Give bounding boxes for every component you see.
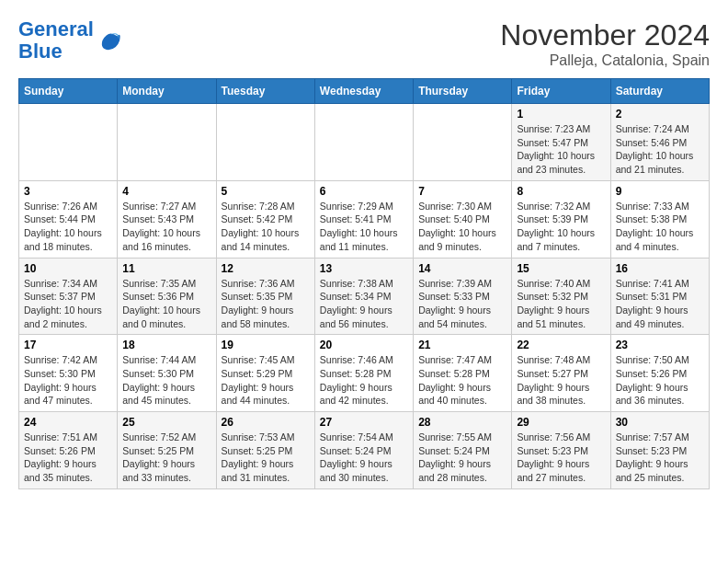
calendar-header-row: SundayMondayTuesdayWednesdayThursdayFrid…: [19, 79, 710, 104]
calendar-cell: 24Sunrise: 7:51 AM Sunset: 5:26 PM Dayli…: [19, 412, 118, 489]
day-number: 13: [320, 262, 408, 275]
calendar-cell: [314, 104, 413, 181]
day-number: 27: [320, 416, 408, 429]
day-info: Sunrise: 7:51 AM Sunset: 5:26 PM Dayligh…: [24, 431, 112, 485]
day-info: Sunrise: 7:28 AM Sunset: 5:42 PM Dayligh…: [222, 200, 310, 254]
title-area: November 2024 Palleja, Catalonia, Spain: [500, 18, 710, 69]
day-number: 26: [222, 416, 310, 429]
day-info: Sunrise: 7:45 AM Sunset: 5:29 PM Dayligh…: [222, 353, 310, 408]
day-info: Sunrise: 7:24 AM Sunset: 5:46 PM Dayligh…: [616, 122, 704, 177]
calendar-cell: 20Sunrise: 7:46 AM Sunset: 5:28 PM Dayli…: [314, 335, 413, 412]
day-header: Tuesday: [216, 79, 314, 104]
calendar-cell: 3Sunrise: 7:26 AM Sunset: 5:44 PM Daylig…: [19, 180, 118, 258]
day-number: 8: [517, 185, 605, 198]
calendar-cell: 22Sunrise: 7:48 AM Sunset: 5:27 PM Dayli…: [512, 335, 610, 412]
calendar-cell: 19Sunrise: 7:45 AM Sunset: 5:29 PM Dayli…: [216, 335, 314, 412]
calendar-cell: 12Sunrise: 7:36 AM Sunset: 5:35 PM Dayli…: [216, 258, 314, 335]
day-info: Sunrise: 7:29 AM Sunset: 5:41 PM Dayligh…: [320, 200, 408, 254]
day-number: 22: [517, 339, 605, 351]
calendar-cell: [414, 104, 512, 181]
day-info: Sunrise: 7:32 AM Sunset: 5:39 PM Dayligh…: [517, 200, 605, 254]
calendar-cell: 4Sunrise: 7:27 AM Sunset: 5:43 PM Daylig…: [118, 180, 216, 258]
day-number: 12: [222, 262, 310, 275]
day-info: Sunrise: 7:27 AM Sunset: 5:43 PM Dayligh…: [122, 200, 210, 254]
day-number: 2: [616, 108, 704, 121]
calendar-week-row: 3Sunrise: 7:26 AM Sunset: 5:44 PM Daylig…: [19, 180, 710, 258]
day-number: 25: [122, 416, 210, 429]
calendar-cell: [216, 104, 314, 181]
calendar-cell: 1Sunrise: 7:23 AM Sunset: 5:47 PM Daylig…: [512, 104, 610, 181]
day-info: Sunrise: 7:48 AM Sunset: 5:27 PM Dayligh…: [517, 353, 605, 408]
day-number: 21: [418, 339, 506, 351]
calendar-cell: 26Sunrise: 7:53 AM Sunset: 5:25 PM Dayli…: [216, 412, 314, 489]
calendar-cell: [19, 104, 118, 181]
day-info: Sunrise: 7:36 AM Sunset: 5:35 PM Dayligh…: [222, 277, 310, 331]
calendar-cell: 25Sunrise: 7:52 AM Sunset: 5:25 PM Dayli…: [118, 412, 216, 489]
calendar-cell: 30Sunrise: 7:57 AM Sunset: 5:23 PM Dayli…: [610, 412, 709, 489]
calendar-cell: 7Sunrise: 7:30 AM Sunset: 5:40 PM Daylig…: [414, 180, 512, 258]
day-number: 1: [517, 108, 605, 121]
page-header: GeneralBlue November 2024 Palleja, Catal…: [18, 18, 710, 69]
calendar-cell: 9Sunrise: 7:33 AM Sunset: 5:38 PM Daylig…: [610, 180, 709, 258]
day-number: 14: [418, 262, 506, 275]
day-header: Wednesday: [314, 79, 413, 104]
day-info: Sunrise: 7:46 AM Sunset: 5:28 PM Dayligh…: [320, 353, 408, 408]
calendar-body: 1Sunrise: 7:23 AM Sunset: 5:47 PM Daylig…: [19, 104, 710, 489]
day-info: Sunrise: 7:42 AM Sunset: 5:30 PM Dayligh…: [24, 353, 112, 408]
calendar-week-row: 17Sunrise: 7:42 AM Sunset: 5:30 PM Dayli…: [19, 335, 710, 412]
day-number: 9: [616, 185, 704, 198]
day-info: Sunrise: 7:23 AM Sunset: 5:47 PM Dayligh…: [517, 122, 605, 177]
day-info: Sunrise: 7:33 AM Sunset: 5:38 PM Dayligh…: [616, 200, 704, 254]
day-header: Thursday: [414, 79, 512, 104]
day-number: 16: [616, 262, 704, 275]
calendar-cell: 29Sunrise: 7:56 AM Sunset: 5:23 PM Dayli…: [512, 412, 610, 489]
logo-text: GeneralBlue: [18, 18, 94, 63]
location: Palleja, Catalonia, Spain: [500, 52, 710, 69]
day-info: Sunrise: 7:40 AM Sunset: 5:32 PM Dayligh…: [517, 277, 605, 331]
day-number: 7: [418, 185, 506, 198]
day-info: Sunrise: 7:30 AM Sunset: 5:40 PM Dayligh…: [418, 200, 506, 254]
day-number: 20: [320, 339, 408, 351]
calendar-cell: 27Sunrise: 7:54 AM Sunset: 5:24 PM Dayli…: [314, 412, 413, 489]
day-info: Sunrise: 7:44 AM Sunset: 5:30 PM Dayligh…: [122, 353, 210, 408]
calendar-week-row: 24Sunrise: 7:51 AM Sunset: 5:26 PM Dayli…: [19, 412, 710, 489]
day-number: 15: [517, 262, 605, 275]
day-info: Sunrise: 7:53 AM Sunset: 5:25 PM Dayligh…: [222, 431, 310, 485]
day-info: Sunrise: 7:57 AM Sunset: 5:23 PM Dayligh…: [616, 431, 704, 485]
day-info: Sunrise: 7:55 AM Sunset: 5:24 PM Dayligh…: [418, 431, 506, 485]
day-header: Monday: [118, 79, 216, 104]
calendar-cell: 15Sunrise: 7:40 AM Sunset: 5:32 PM Dayli…: [512, 258, 610, 335]
day-number: 28: [418, 416, 506, 429]
day-number: 18: [122, 339, 210, 351]
calendar-cell: 21Sunrise: 7:47 AM Sunset: 5:28 PM Dayli…: [414, 335, 512, 412]
calendar-week-row: 1Sunrise: 7:23 AM Sunset: 5:47 PM Daylig…: [19, 104, 710, 181]
day-info: Sunrise: 7:41 AM Sunset: 5:31 PM Dayligh…: [616, 277, 704, 331]
day-number: 30: [616, 416, 704, 429]
day-info: Sunrise: 7:39 AM Sunset: 5:33 PM Dayligh…: [418, 277, 506, 331]
calendar-cell: 11Sunrise: 7:35 AM Sunset: 5:36 PM Dayli…: [118, 258, 216, 335]
calendar-cell: 18Sunrise: 7:44 AM Sunset: 5:30 PM Dayli…: [118, 335, 216, 412]
day-number: 24: [24, 416, 112, 429]
day-info: Sunrise: 7:35 AM Sunset: 5:36 PM Dayligh…: [122, 277, 210, 331]
day-info: Sunrise: 7:38 AM Sunset: 5:34 PM Dayligh…: [320, 277, 408, 331]
day-info: Sunrise: 7:34 AM Sunset: 5:37 PM Dayligh…: [24, 277, 112, 331]
calendar-cell: 28Sunrise: 7:55 AM Sunset: 5:24 PM Dayli…: [414, 412, 512, 489]
day-info: Sunrise: 7:54 AM Sunset: 5:24 PM Dayligh…: [320, 431, 408, 485]
day-info: Sunrise: 7:56 AM Sunset: 5:23 PM Dayligh…: [517, 431, 605, 485]
day-number: 4: [122, 185, 210, 198]
calendar-cell: 13Sunrise: 7:38 AM Sunset: 5:34 PM Dayli…: [314, 258, 413, 335]
day-header: Saturday: [610, 79, 709, 104]
day-number: 6: [320, 185, 408, 198]
day-info: Sunrise: 7:52 AM Sunset: 5:25 PM Dayligh…: [122, 431, 210, 485]
day-number: 19: [222, 339, 310, 351]
day-number: 3: [24, 185, 112, 198]
calendar-cell: 14Sunrise: 7:39 AM Sunset: 5:33 PM Dayli…: [414, 258, 512, 335]
day-number: 10: [24, 262, 112, 275]
logo-icon: [96, 28, 121, 53]
calendar-week-row: 10Sunrise: 7:34 AM Sunset: 5:37 PM Dayli…: [19, 258, 710, 335]
day-header: Sunday: [19, 79, 118, 104]
calendar-cell: 5Sunrise: 7:28 AM Sunset: 5:42 PM Daylig…: [216, 180, 314, 258]
calendar-cell: 8Sunrise: 7:32 AM Sunset: 5:39 PM Daylig…: [512, 180, 610, 258]
day-number: 23: [616, 339, 704, 351]
calendar-cell: 23Sunrise: 7:50 AM Sunset: 5:26 PM Dayli…: [610, 335, 709, 412]
